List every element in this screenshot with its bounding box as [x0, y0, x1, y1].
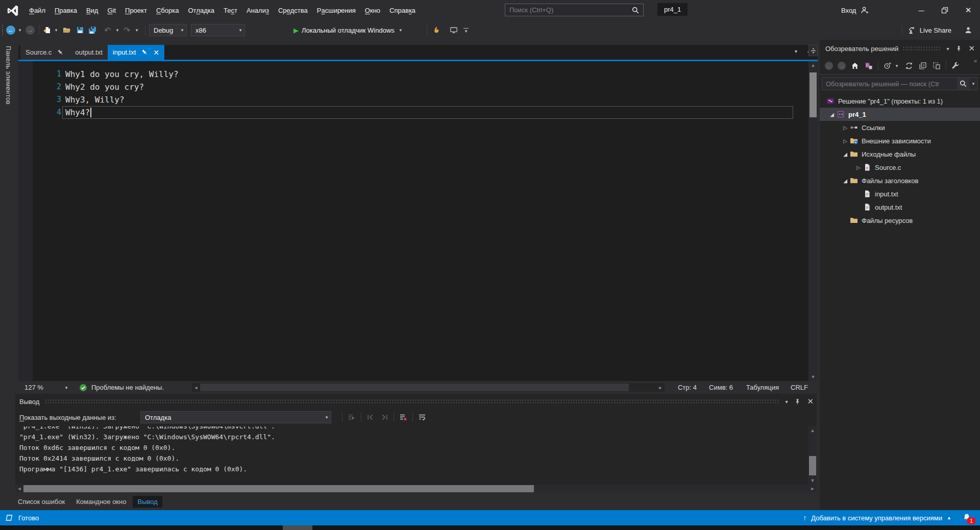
- save-all-button[interactable]: [88, 24, 97, 36]
- column-indicator[interactable]: Симв: 6: [709, 381, 733, 394]
- tree-collapsed-arrow-icon[interactable]: ▷: [841, 125, 849, 131]
- pin-icon[interactable]: [56, 48, 65, 57]
- navigate-forward-button[interactable]: →: [26, 24, 35, 36]
- document-tab-output-txt[interactable]: output.txt: [70, 45, 107, 60]
- notifications-button[interactable]: 1: [962, 513, 972, 523]
- home-icon[interactable]: [850, 61, 860, 70]
- add-to-source-control-button[interactable]: Добавить в систему управления версиями: [811, 514, 942, 522]
- scroll-left-arrow[interactable]: ◄: [192, 383, 200, 392]
- switch-views-icon[interactable]: [864, 61, 873, 70]
- quick-search-box[interactable]: Поиск (Ctrl+Q): [505, 4, 644, 16]
- menu-item-13[interactable]: Справка: [385, 0, 420, 20]
- tree-expanded-arrow-icon[interactable]: ◢: [841, 178, 849, 184]
- menu-item-8[interactable]: Тест: [219, 0, 242, 20]
- editor-horizontal-scrollbar[interactable]: ◄ ►: [192, 383, 665, 392]
- document-list-chevron-icon[interactable]: ▾: [795, 48, 797, 54]
- output-source-select[interactable]: Отладка ▾: [140, 411, 331, 423]
- scroll-down-arrow[interactable]: ▼: [808, 476, 817, 485]
- editor-hscrollbar-thumb[interactable]: [200, 384, 629, 391]
- goto-source-icon[interactable]: [347, 413, 356, 422]
- scroll-right-arrow[interactable]: ►: [808, 485, 817, 493]
- pending-changes-filter-icon[interactable]: [883, 61, 892, 70]
- tree-item-input.txt[interactable]: input.txt: [820, 187, 980, 200]
- bottom-tab-командное-окно[interactable]: Командное окно: [71, 496, 131, 508]
- panel-close-icon[interactable]: ✕: [968, 44, 975, 53]
- output-scrollbar-thumb[interactable]: [809, 456, 816, 475]
- redo-chevron[interactable]: ▾: [134, 24, 140, 36]
- tree-expanded-arrow-icon[interactable]: ◢: [841, 152, 849, 157]
- toolbar-overflow-icon[interactable]: »: [974, 58, 977, 64]
- document-health-indicator[interactable]: Проблемы не найдены.: [79, 381, 164, 394]
- close-button[interactable]: ✕: [957, 0, 980, 20]
- chevron-down-icon[interactable]: ▾: [894, 63, 900, 68]
- navigate-back-chevron[interactable]: ▾: [17, 24, 23, 36]
- properties-wrench-icon[interactable]: [951, 61, 960, 70]
- menu-item-4[interactable]: Git: [103, 0, 120, 20]
- panel-position-chevron-icon[interactable]: ▾: [785, 399, 788, 405]
- word-wrap-icon[interactable]: [418, 413, 427, 422]
- hot-reload-button[interactable]: [432, 24, 441, 36]
- collapse-all-icon[interactable]: [918, 61, 927, 70]
- panel-drag-grip[interactable]: [902, 46, 941, 51]
- code-line-3[interactable]: 3Why3, Willy?: [18, 93, 804, 106]
- toolbox-side-tab[interactable]: Панель элементов: [0, 40, 16, 394]
- clear-all-icon[interactable]: [399, 413, 408, 422]
- output-vertical-scrollbar[interactable]: ▲ ▼: [808, 426, 817, 485]
- solution-search-box[interactable]: Обозреватель решений — поиск (Ctr ▾: [822, 77, 978, 90]
- minimize-button[interactable]: ─: [910, 0, 933, 20]
- scroll-up-arrow[interactable]: ▲: [808, 61, 818, 69]
- menu-item-2[interactable]: Правка: [50, 0, 82, 20]
- editor-split-handle[interactable]: [808, 45, 818, 56]
- tree-item-source.c[interactable]: ▷cSource.c: [820, 161, 980, 174]
- toolbar-overflow-button[interactable]: ▾: [463, 24, 469, 36]
- save-button[interactable]: [76, 24, 85, 36]
- panel-pin-icon[interactable]: [793, 397, 802, 406]
- line-indicator[interactable]: Стр: 4: [678, 381, 697, 394]
- chevron-down-icon[interactable]: ▾: [970, 81, 976, 86]
- undo-chevron[interactable]: ▾: [114, 24, 120, 36]
- restore-button[interactable]: [933, 0, 957, 20]
- tree-collapsed-arrow-icon[interactable]: ▷: [854, 165, 863, 170]
- document-tab-input-txt[interactable]: input.txt✕: [108, 45, 164, 60]
- tree-collapsed-arrow-icon[interactable]: ▷: [841, 138, 849, 144]
- editor-vertical-scrollbar[interactable]: ▲ ▼: [808, 61, 818, 381]
- panel-drag-grip[interactable]: [44, 399, 780, 404]
- code-editor[interactable]: 1Why1 do you cry, Willy?2Why2 do you cry…: [18, 61, 818, 381]
- search-icon-box[interactable]: [957, 78, 969, 89]
- navigate-back-button[interactable]: ←: [6, 24, 15, 36]
- tree-expanded-arrow-icon[interactable]: ◢: [828, 112, 836, 117]
- output-horizontal-scrollbar[interactable]: ◄ ►: [15, 485, 817, 493]
- show-all-files-icon[interactable]: [932, 61, 941, 70]
- start-debugging-button[interactable]: ▶ Локальный отладчик Windows ▾: [293, 24, 404, 36]
- editor-scrollbar-thumb[interactable]: [810, 72, 817, 117]
- panel-pin-icon[interactable]: [954, 44, 963, 53]
- undo-button[interactable]: ↶: [104, 24, 111, 36]
- scroll-down-arrow[interactable]: ▼: [808, 373, 818, 381]
- menu-item-1[interactable]: Файл: [24, 0, 50, 20]
- solution-configuration-select[interactable]: Debug▾: [149, 24, 187, 36]
- line-ending-indicator[interactable]: CRLF: [791, 381, 808, 394]
- prev-message-icon[interactable]: [366, 413, 375, 422]
- scroll-right-arrow[interactable]: ►: [656, 383, 665, 392]
- tree-item-output.txt[interactable]: output.txt: [820, 200, 980, 214]
- code-line-2[interactable]: 2Why2 do you cry?: [18, 81, 804, 93]
- refresh-icon[interactable]: [904, 61, 914, 70]
- zoom-level-select[interactable]: 127 % ▾: [20, 382, 69, 393]
- close-tab-icon[interactable]: ✕: [153, 49, 159, 56]
- menu-item-6[interactable]: Сборка: [152, 0, 184, 20]
- document-tab-source-c[interactable]: Source.c: [20, 45, 70, 60]
- output-log[interactable]: "pr4_1.exe" (Win32). Загружено "C:\Windo…: [19, 426, 806, 485]
- tree-item-файлы-ресурсов[interactable]: Файлы ресурсов: [820, 214, 980, 227]
- collapse-chevron-icon[interactable]: ▲: [947, 515, 951, 520]
- tree-item-файлы-заголовков[interactable]: ◢Файлы заголовков: [820, 174, 980, 187]
- tree-item-решение-pr4_1-проекты-1-из-1-[interactable]: Решение "pr4_1" (проекты: 1 из 1): [820, 94, 980, 108]
- menu-item-10[interactable]: Средства: [274, 0, 312, 20]
- taskbar-button[interactable]: [283, 525, 312, 530]
- code-line-1[interactable]: 1Why1 do you cry, Willy?: [18, 68, 804, 81]
- menu-item-11[interactable]: Расширения: [312, 0, 360, 20]
- panel-position-chevron-icon[interactable]: ▾: [946, 46, 949, 52]
- redo-button[interactable]: ↷: [124, 24, 130, 36]
- live-preview-button[interactable]: [449, 24, 458, 36]
- code-line-4[interactable]: 4Why4?: [18, 106, 804, 119]
- tree-item-внешние-зависимости[interactable]: ▷Внешние зависимости: [820, 134, 980, 147]
